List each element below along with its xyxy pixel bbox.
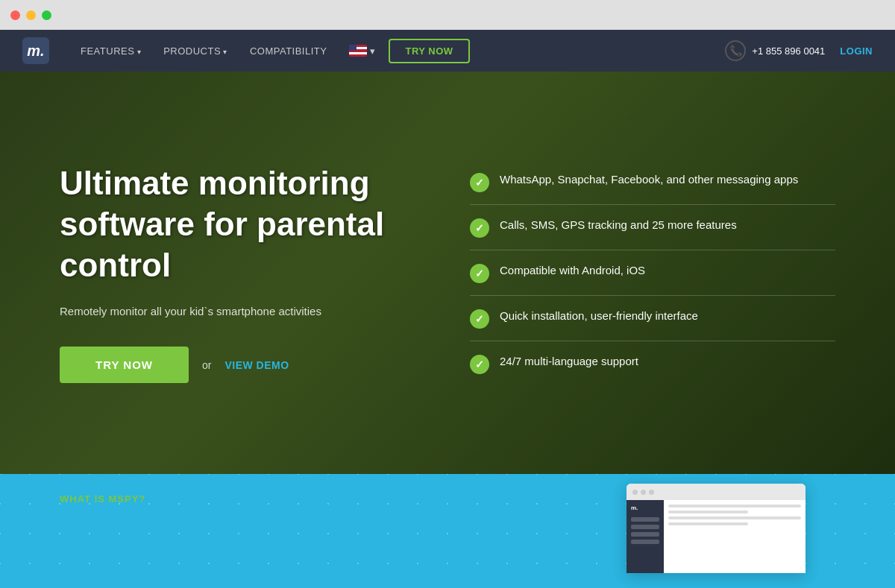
phone-number: +1 855 896 0041 [752,45,825,57]
feature-item-1: ✓ Calls, SMS, GPS tracking and 25 more f… [470,205,835,250]
mockup-main [664,500,806,573]
mac-titlebar [0,0,895,30]
hero-content: Ultimate monitoring software for parenta… [0,72,895,474]
feature-text-2: Compatible with Android, iOS [500,262,645,278]
hero-left: Ultimate monitoring software for parenta… [60,162,425,384]
feature-item-4: ✓ 24/7 multi-language support [470,341,835,386]
mockup-sidebar-item-2 [631,525,659,529]
mockup-sidebar-item-1 [631,517,659,522]
mockup-line-4 [668,522,748,525]
mockup-line-1 [668,505,801,508]
feature-text-1: Calls, SMS, GPS tracking and 25 more fea… [500,217,737,233]
nav-products[interactable]: PRODUCTS [154,41,236,61]
mockup-dot-1 [632,490,638,495]
mac-close-dot[interactable] [10,10,20,20]
mockup-line-2 [668,510,748,513]
feature-item-2: ✓ Compatible with Android, iOS [470,250,835,296]
hero-section: Ultimate monitoring software for parenta… [0,72,895,474]
what-is-mspy-label: WHAT IS MSPY? [60,492,145,505]
check-icon-0: ✓ [470,173,489,192]
mockup-titlebar [626,484,806,500]
nav-links: FEATURES PRODUCTS COMPATIBILITY ▾ TRY NO… [72,39,725,63]
check-icon-3: ✓ [470,309,489,329]
flag-us-icon [349,45,367,57]
check-icon-1: ✓ [470,218,489,238]
mac-minimize-dot[interactable] [26,10,36,20]
mockup-line-3 [668,516,801,519]
mockup-body: m. [626,500,806,573]
feature-item-0: ✓ WhatsApp, Snapchat, Facebook, and othe… [470,159,835,205]
hero-or-label: or [202,359,211,371]
nav-features[interactable]: FEATURES [72,41,150,61]
feature-text-3: Quick installation, user-friendly interf… [500,308,698,323]
mockup-dot-3 [649,490,654,495]
feature-text-0: WhatsApp, Snapchat, Facebook, and other … [500,171,798,187]
mockup-sidebar-item-3 [631,532,659,537]
hero-actions: TRY NOW or VIEW DEMO [60,347,425,383]
feature-text-4: 24/7 multi-language support [500,353,638,369]
flag-arrow-icon: ▾ [370,45,375,57]
mockup-sidebar-item-4 [631,540,659,544]
nav-compatibility[interactable]: COMPATIBILITY [241,41,336,61]
mockup-logo-text: m. [631,505,659,511]
browser-mockup: m. [626,484,806,573]
feature-item-3: ✓ Quick installation, user-friendly inte… [470,296,835,341]
logo[interactable]: m. [22,37,49,64]
phone-section: 📞 +1 855 896 0041 [725,40,825,61]
navbar-try-now-button[interactable]: TRY NOW [389,39,469,63]
app-mockup: m. [626,484,835,588]
bottom-section: WHAT IS MSPY? m. [0,474,895,588]
check-icon-4: ✓ [470,355,489,374]
hero-features-list: ✓ WhatsApp, Snapchat, Facebook, and othe… [425,159,835,386]
nav-right: 📞 +1 855 896 0041 LOGIN [725,40,873,61]
mockup-sidebar: m. [626,500,664,573]
check-icon-2: ✓ [470,264,489,283]
mac-maximize-dot[interactable] [42,10,51,20]
hero-title: Ultimate monitoring software for parenta… [60,162,425,285]
language-selector[interactable]: ▾ [340,40,384,61]
login-button[interactable]: LOGIN [840,45,873,57]
logo-icon: m. [22,37,49,64]
navbar: m. FEATURES PRODUCTS COMPATIBILITY ▾ TRY… [0,30,895,72]
hero-try-now-button[interactable]: TRY NOW [60,347,189,383]
hero-subtitle: Remotely monitor all your kid`s smartpho… [60,303,425,320]
mockup-dot-2 [641,490,646,495]
hero-view-demo-link[interactable]: VIEW DEMO [224,359,289,371]
phone-icon: 📞 [725,40,746,61]
